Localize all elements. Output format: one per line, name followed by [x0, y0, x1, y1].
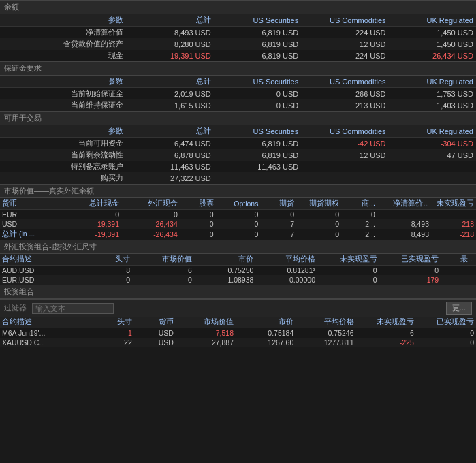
table-row: 含贷款价值的资产 8,280 USD 6,819 USD 12 USD 1,45… — [0, 38, 476, 50]
param-cell: 净清算价值 — [0, 27, 126, 39]
position-cell: 8 — [88, 266, 132, 276]
realized-cell: -179 — [379, 275, 441, 285]
us-sec-cell: 0 USD — [214, 99, 301, 111]
futures-cell: 0 — [260, 210, 296, 220]
col-total-cash: 总计现金 — [63, 198, 121, 210]
col-contract-p: 合约描述 — [0, 317, 93, 328]
forex-header-row: 合约描述 头寸 市场价值 市价 平均价格 未实现盈亏 已实现盈亏 最... — [0, 254, 476, 266]
available-table: 参数 总计 US Securities US Commodities UK Re… — [0, 125, 476, 184]
position-cell: -1 — [93, 328, 134, 338]
us-sec-cell — [214, 172, 301, 184]
realized-cell: 0 — [416, 338, 476, 347]
total-cash-cell: 0 — [63, 210, 121, 220]
uk-reg-cell: 47 USD — [389, 149, 476, 161]
price-cell: 0.75250 — [194, 266, 256, 276]
net-liq-cell: 8,493 — [377, 219, 431, 229]
table-row: 净清算价值 8,493 USD 6,819 USD 224 USD 1,450 … — [0, 27, 476, 39]
fut-opt-cell: 0 — [296, 219, 341, 229]
us-sec-cell: 6,819 USD — [214, 149, 301, 161]
fut-opt-cell: 0 — [296, 210, 341, 220]
param-cell: 当前初始保证金 — [0, 88, 126, 100]
table-row: 当前初始保证金 2,019 USD 0 USD 266 USD 1,753 US… — [0, 88, 476, 100]
section-forex: 外汇投资组合-虚拟外汇尺寸 合约描述 头寸 市场价值 市价 平均价格 未实现盈亏… — [0, 240, 476, 285]
avgprice-cell: 1277.811 — [296, 338, 355, 347]
us-sec-cell: 6,819 USD — [214, 38, 301, 50]
total-cash-cell: -19,391 — [63, 229, 121, 240]
col-contract-fx: 合约描述 — [0, 254, 88, 266]
table-row: 当前剩余流动性 6,878 USD 6,819 USD 12 USD 47 US… — [0, 149, 476, 161]
col-currency: 货币 — [0, 198, 63, 210]
contracts-tbody: M6A Jun19'... -1 USD -7,518 0.75184 0.75… — [0, 328, 476, 348]
col-net-liq: 净清算价... — [377, 198, 431, 210]
section-market: 市场价值——真实外汇余额 货币 总计现金 外汇现金 股票 Options 期货 … — [0, 184, 476, 240]
col-params-3: 参数 — [0, 125, 126, 138]
table-row: EUR 0 0 0 0 0 0 0 — [0, 210, 476, 220]
col-total-3: 总计 — [126, 125, 213, 138]
us-sec-cell: 6,819 USD — [214, 50, 301, 61]
contract-cell: XAUUSD C... — [0, 338, 93, 347]
col-us-sec-3: US Securities — [214, 125, 301, 138]
other-cell: 2... — [341, 219, 377, 229]
unrealized-cell: 6 — [356, 328, 416, 338]
net-liq-cell — [377, 210, 431, 220]
table-row: M6A Jun19'... -1 USD -7,518 0.75184 0.75… — [0, 328, 476, 338]
section-margin: 保证金要求 参数 总计 US Securities US Commodities… — [0, 61, 476, 111]
table-row: 现金 -19,391 USD 6,819 USD 224 USD -26,434… — [0, 50, 476, 61]
filter-label: 过滤器 — [4, 303, 27, 313]
col-other: 商... — [341, 198, 377, 210]
total-cell: 6,474 USD — [126, 138, 213, 150]
us-sec-cell: 6,819 USD — [214, 138, 301, 150]
contract-cell: EUR.USD — [0, 275, 88, 285]
param-cell: 当前剩余流动性 — [0, 149, 126, 161]
position-cell: 0 — [88, 275, 132, 285]
col-futures: 期货 — [260, 198, 296, 210]
table-row: XAUUSD C... 22 USD 27,887 1267.60 1277.8… — [0, 338, 476, 347]
total-cell: 8,280 USD — [126, 38, 213, 50]
available-header-row: 参数 总计 US Securities US Commodities UK Re… — [0, 125, 476, 138]
other-cell: 2... — [341, 229, 377, 240]
us-com-cell: 224 USD — [301, 27, 388, 39]
contract-cell: AUD.USD — [0, 266, 88, 276]
avgprice-cell: 0.00000 — [255, 275, 317, 285]
uk-reg-cell: 1,403 USD — [389, 99, 476, 111]
currency-cell: USD — [134, 338, 176, 347]
filter-input[interactable] — [32, 303, 114, 314]
fx-cash-cell: -26,434 — [121, 229, 180, 240]
section-portfolio: 投资组合 过滤器 更... 合约描述 头寸 货币 市场价值 市价 平均价格 未实… — [0, 285, 476, 347]
col-fut-opt: 期货期权 — [296, 198, 341, 210]
update-button[interactable]: 更... — [446, 302, 472, 315]
total-cell: 1,615 USD — [126, 99, 213, 111]
col-mktval-p: 市场价值 — [176, 317, 236, 328]
param-cell: 特别备忘录账户 — [0, 161, 126, 172]
col-avgprice-p: 平均价格 — [296, 317, 355, 328]
col-realized-p: 已实现盈亏 — [416, 317, 476, 328]
contracts-table: 合约描述 头寸 货币 市场价值 市价 平均价格 未实现盈亏 已实现盈亏 M6A … — [0, 317, 476, 347]
unrealized-cell: 0 — [317, 275, 379, 285]
total-cell: 11,463 USD — [126, 161, 213, 172]
col-avgprice-fx: 平均价格 — [255, 254, 317, 266]
table-row: AUD.USD 8 6 0.75250 0.81281³ 0 0 — [0, 266, 476, 276]
avgprice-cell: 0.75246 — [296, 328, 355, 338]
fut-opt-cell: 0 — [296, 229, 341, 240]
futures-cell: 7 — [260, 229, 296, 240]
col-total-1: 总计 — [126, 14, 213, 27]
param-cell: 现金 — [0, 50, 126, 61]
col-us-com-1: US Commodities — [301, 14, 388, 27]
margin-table: 参数 总计 US Securities US Commodities UK Re… — [0, 76, 476, 111]
us-sec-cell: 0 USD — [214, 88, 301, 100]
unrealized-cell: 0 — [317, 266, 379, 276]
col-currency-p: 货币 — [134, 317, 176, 328]
market-tbody: EUR 0 0 0 0 0 0 0 USD -19,391 -26,434 0 … — [0, 210, 476, 240]
col-us-com-2: US Commodities — [301, 76, 388, 88]
total-cell: 6,878 USD — [126, 149, 213, 161]
us-com-cell: 12 USD — [301, 149, 388, 161]
realized-cell: 0 — [379, 266, 441, 276]
uk-reg-cell — [389, 172, 476, 184]
contracts-header-row: 合约描述 头寸 货币 市场价值 市价 平均价格 未实现盈亏 已实现盈亏 — [0, 317, 476, 328]
currency-cell: 总计 (in ... — [0, 229, 63, 240]
price-cell: 0.75184 — [236, 328, 296, 338]
col-fx-cash: 外汇现金 — [121, 198, 180, 210]
param-cell: 当前维持保证金 — [0, 99, 126, 111]
col-params-1: 参数 — [0, 14, 126, 27]
fx-cash-cell: -26,434 — [121, 219, 180, 229]
